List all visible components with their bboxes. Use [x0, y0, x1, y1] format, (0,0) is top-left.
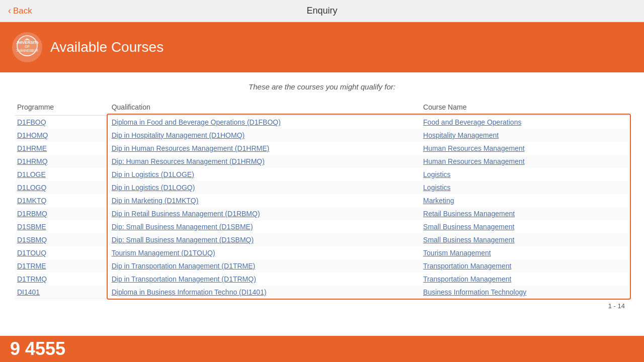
- courses-table: Programme Qualification Course Name D1FB…: [15, 101, 629, 299]
- table-row: D1SBMQDip: Small Business Management (D1…: [15, 233, 629, 246]
- course-name-cell[interactable]: Food and Beverage Operations: [421, 116, 629, 129]
- pagination-range: 1 - 14: [608, 302, 625, 310]
- table-row: DI1401Diploma in Business Information Te…: [15, 286, 629, 299]
- svg-text:OF: OF: [25, 45, 30, 48]
- table-row: D1TOUQTourism Management (D1TOUQ)Tourism…: [15, 246, 629, 259]
- qualification-cell[interactable]: Diploma in Business Information Techno (…: [110, 286, 421, 299]
- course-name-cell[interactable]: Logistics: [421, 168, 629, 181]
- qualification-cell[interactable]: Tourism Management (D1TOUQ): [110, 246, 421, 259]
- programme-cell[interactable]: D1SBME: [15, 220, 110, 233]
- chevron-left-icon: ‹: [8, 6, 11, 16]
- logo-circle: UNIVERSITY OF JOHANNESBURG: [12, 32, 42, 62]
- table-row: D1MKTQDip in Marketing (D1MKTQ)Marketing: [15, 194, 629, 207]
- svg-text:UNIVERSITY: UNIVERSITY: [16, 40, 38, 45]
- main-content: These are the courses you might qualify …: [0, 72, 644, 336]
- qualification-cell[interactable]: Dip in Transportation Management (D1TRMQ…: [110, 273, 421, 286]
- course-name-cell[interactable]: Marketing: [421, 194, 629, 207]
- course-name-cell[interactable]: Logistics: [421, 181, 629, 194]
- courses-tbody: D1FBOQDiploma in Food and Beverage Opera…: [15, 116, 629, 299]
- programme-cell[interactable]: D1HOMQ: [15, 129, 110, 142]
- programme-cell[interactable]: D1RBMQ: [15, 207, 110, 220]
- pagination: 1 - 14: [15, 299, 629, 313]
- table-row: D1LOGQDip in Logistics (D1LOGQ)Logistics: [15, 181, 629, 194]
- top-bar: ‹ Back Enquiry: [0, 0, 644, 22]
- programme-cell[interactable]: D1TRMQ: [15, 273, 110, 286]
- qualification-cell[interactable]: Dip in Hospitality Management (D1HOMQ): [110, 129, 421, 142]
- subtitle-text: These are the courses you might qualify …: [15, 82, 629, 91]
- qualification-cell[interactable]: Diploma in Food and Beverage Operations …: [110, 116, 421, 129]
- qualification-cell[interactable]: Dip: Small Business Management (D1SBME): [110, 220, 421, 233]
- table-row: D1RBMQDip in Retail Business Management …: [15, 207, 629, 220]
- course-name-cell[interactable]: Small Business Management: [421, 220, 629, 233]
- course-name-cell[interactable]: Human Resources Management: [421, 142, 629, 155]
- qualification-cell[interactable]: Dip in Logistics (D1LOGE): [110, 168, 421, 181]
- course-name-cell[interactable]: Human Resources Management: [421, 155, 629, 168]
- back-label: Back: [13, 6, 32, 16]
- programme-cell[interactable]: DI1401: [15, 286, 110, 299]
- course-name-cell[interactable]: Transportation Management: [421, 259, 629, 273]
- table-row: D1HRMQDip: Human Resources Management (D…: [15, 155, 629, 168]
- programme-cell[interactable]: D1MKTQ: [15, 194, 110, 207]
- qualification-cell[interactable]: Dip: Human Resources Management (D1HRMQ): [110, 155, 421, 168]
- back-button[interactable]: ‹ Back: [8, 6, 32, 16]
- table-row: D1SBMEDip: Small Business Management (D1…: [15, 220, 629, 233]
- footer-bar: 9 4555: [0, 336, 644, 362]
- programme-cell[interactable]: D1TRME: [15, 259, 110, 273]
- brand-header: UNIVERSITY OF JOHANNESBURG Available Cou…: [0, 22, 644, 72]
- course-name-cell[interactable]: Tourism Management: [421, 246, 629, 259]
- page-title: Enquiry: [306, 6, 337, 16]
- qualification-cell[interactable]: Dip in Retail Business Management (D1RBM…: [110, 207, 421, 220]
- table-row: D1FBOQDiploma in Food and Beverage Opera…: [15, 116, 629, 129]
- course-name-cell[interactable]: Retail Business Management: [421, 207, 629, 220]
- course-name-cell[interactable]: Business Information Technology: [421, 286, 629, 299]
- table-row: D1TRMEDip in Transportation Management (…: [15, 259, 629, 273]
- footer-phone: 9 4555: [10, 338, 65, 359]
- course-name-cell[interactable]: Transportation Management: [421, 273, 629, 286]
- programme-cell[interactable]: D1LOGQ: [15, 181, 110, 194]
- course-name-cell[interactable]: Small Business Management: [421, 233, 629, 246]
- available-courses-heading: Available Courses: [50, 39, 164, 55]
- table-row: D1HOMQDip in Hospitality Management (D1H…: [15, 129, 629, 142]
- programme-cell[interactable]: D1TOUQ: [15, 246, 110, 259]
- programme-cell[interactable]: D1SBMQ: [15, 233, 110, 246]
- qualification-cell[interactable]: Dip in Human Resources Management (D1HRM…: [110, 142, 421, 155]
- table-row: D1HRMEDip in Human Resources Management …: [15, 142, 629, 155]
- course-name-cell[interactable]: Hospitality Management: [421, 129, 629, 142]
- programme-cell[interactable]: D1HRME: [15, 142, 110, 155]
- qualification-cell[interactable]: Dip in Marketing (D1MKTQ): [110, 194, 421, 207]
- table-row: D1TRMQDip in Transportation Management (…: [15, 273, 629, 286]
- col-qualification: Qualification: [110, 101, 421, 116]
- qualification-cell[interactable]: Dip: Small Business Management (D1SBMQ): [110, 233, 421, 246]
- svg-text:JOHANNESBURG: JOHANNESBURG: [16, 49, 38, 52]
- programme-cell[interactable]: D1HRMQ: [15, 155, 110, 168]
- table-header-row: Programme Qualification Course Name: [15, 101, 629, 116]
- table-row: D1LOGEDip in Logistics (D1LOGE)Logistics: [15, 168, 629, 181]
- programme-cell[interactable]: D1LOGE: [15, 168, 110, 181]
- table-wrapper: Programme Qualification Course Name D1FB…: [15, 101, 629, 313]
- col-programme: Programme: [15, 101, 110, 116]
- programme-cell[interactable]: D1FBOQ: [15, 116, 110, 129]
- qualification-cell[interactable]: Dip in Logistics (D1LOGQ): [110, 181, 421, 194]
- qualification-cell[interactable]: Dip in Transportation Management (D1TRME…: [110, 259, 421, 273]
- university-logo: UNIVERSITY OF JOHANNESBURG: [16, 35, 38, 60]
- col-course-name: Course Name: [421, 101, 629, 116]
